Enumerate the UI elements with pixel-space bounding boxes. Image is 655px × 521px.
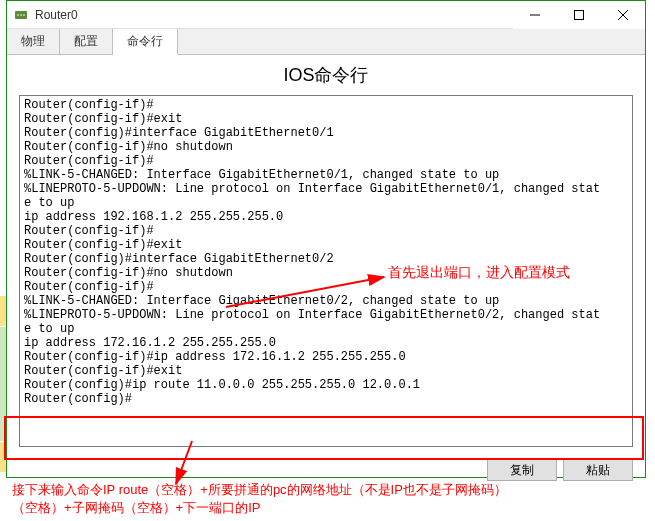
cli-line: Router(config)#ip route 11.0.0.0 255.255… [24, 378, 628, 392]
svg-point-2 [20, 14, 22, 16]
svg-rect-5 [575, 10, 584, 19]
maximize-icon [574, 10, 584, 20]
cli-line: Router(config-if)#exit [24, 364, 628, 378]
panel-title: IOS命令行 [7, 55, 645, 95]
svg-point-3 [23, 14, 25, 16]
tab-cli[interactable]: 命令行 [113, 29, 178, 55]
svg-point-1 [17, 14, 19, 16]
cli-line: Router(config-if)# [24, 280, 628, 294]
annotation-text-1: 首先退出端口，进入配置模式 [388, 264, 570, 282]
annotation-text-2b: （空格）+子网掩码（空格）+下一端口的IP [12, 499, 507, 517]
cli-line: Router(config)#interface GigabitEthernet… [24, 126, 628, 140]
close-button[interactable] [601, 1, 645, 29]
cli-line: %LINEPROTO-5-UPDOWN: Line protocol on In… [24, 308, 628, 322]
copy-button[interactable]: 复制 [487, 459, 557, 481]
cli-line: Router(config-if)#ip address 172.16.1.2 … [24, 350, 628, 364]
annotation-text-2: 接下来输入命令IP route（空格）+所要拼通的pc的网络地址（不是IP也不是… [12, 481, 507, 517]
cli-line: Router(config-if)#no shutdown [24, 140, 628, 154]
tab-config[interactable]: 配置 [60, 29, 113, 54]
cli-line: e to up [24, 322, 628, 336]
cli-line: ip address 172.16.1.2 255.255.255.0 [24, 336, 628, 350]
maximize-button[interactable] [557, 1, 601, 29]
minimize-button[interactable] [513, 1, 557, 29]
paste-button[interactable]: 粘贴 [563, 459, 633, 481]
app-window: Router0 物理 配置 命令行 IOS命令行 Router(config-i… [6, 0, 646, 478]
annotation-text-2a: 接下来输入命令IP route（空格）+所要拼通的pc的网络地址（不是IP也不是… [12, 481, 507, 499]
minimize-icon [530, 10, 540, 20]
window-controls [513, 1, 645, 29]
titlebar[interactable]: Router0 [7, 1, 645, 29]
cli-line: %LINK-5-CHANGED: Interface GigabitEthern… [24, 168, 628, 182]
app-icon [13, 7, 29, 23]
cli-line: Router(config-if)#exit [24, 238, 628, 252]
tab-physical[interactable]: 物理 [7, 29, 60, 54]
tab-bar: 物理 配置 命令行 [7, 29, 645, 55]
cli-line: Router(config-if)#exit [24, 112, 628, 126]
window-title: Router0 [35, 8, 513, 22]
cli-line: Router(config-if)# [24, 98, 628, 112]
cli-line: Router(config-if)# [24, 154, 628, 168]
cli-line: Router(config-if)# [24, 224, 628, 238]
cli-line: e to up [24, 196, 628, 210]
cli-line: ip address 192.168.1.2 255.255.255.0 [24, 210, 628, 224]
cli-line: %LINK-5-CHANGED: Interface GigabitEthern… [24, 294, 628, 308]
close-icon [618, 10, 628, 20]
cli-line: Router(config)# [24, 392, 628, 406]
cli-line: %LINEPROTO-5-UPDOWN: Line protocol on In… [24, 182, 628, 196]
